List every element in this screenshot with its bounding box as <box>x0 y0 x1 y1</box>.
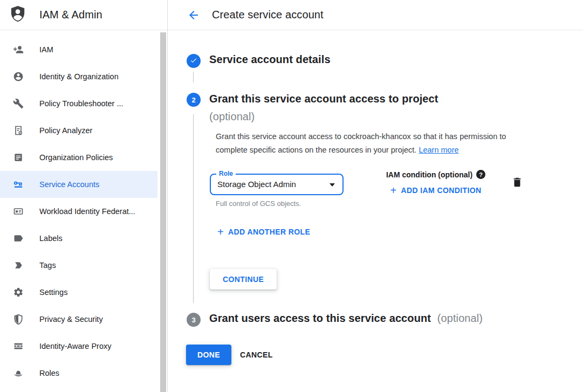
role-select-value: Storage Object Admin <box>211 175 342 194</box>
app-title: IAM & Admin <box>39 9 102 21</box>
sidebar-scrollbar-thumb[interactable] <box>160 32 166 392</box>
sidebar-item-identity-organization[interactable]: Identity & Organization <box>0 63 157 90</box>
sidebar-item-policy-troubleshooter[interactable]: Policy Troubleshooter ... <box>0 90 157 117</box>
sidebar-item-label: Organization Policies <box>39 153 113 162</box>
step2-title-text: Grant this service account access to pro… <box>209 90 511 108</box>
iam-admin-shield-icon <box>10 5 26 25</box>
step3-optional-text: (optional) <box>437 312 483 324</box>
caret-down-icon <box>330 183 335 187</box>
step1-title: Service account details <box>209 53 331 66</box>
step3-number-badge: 3 <box>187 313 201 327</box>
add-iam-condition-label: ADD IAM CONDITION <box>401 186 481 195</box>
add-another-role-label: ADD ANOTHER ROLE <box>228 228 310 236</box>
wrench-icon <box>13 98 24 109</box>
sidebar-item-label: Privacy & Security <box>39 315 103 324</box>
delete-role-trash-icon[interactable] <box>511 176 523 188</box>
sidebar-nav: IAM Identity & Organization Policy Troub… <box>0 30 168 392</box>
sidebar-item-settings[interactable]: Settings <box>0 279 157 306</box>
sidebar-item-label: Policy Analyzer <box>39 126 92 135</box>
sidebar-item-iam[interactable]: IAM <box>0 36 157 63</box>
sidebar-item-label: Workload Identity Federat... <box>39 207 135 216</box>
sidebar-item-identity-aware-proxy[interactable]: Identity-Aware Proxy <box>0 333 157 360</box>
learn-more-link[interactable]: Learn more <box>419 146 458 154</box>
plus-icon: + <box>217 228 224 236</box>
proxy-stripes-icon <box>13 341 24 352</box>
help-glyph: ? <box>479 171 483 178</box>
sidebar-item-label: Identity-Aware Proxy <box>39 342 112 350</box>
label-icon <box>13 233 24 244</box>
account-circle-icon <box>13 71 24 82</box>
step2-optional-text: (optional) <box>209 108 511 126</box>
service-account-key-icon <box>13 179 24 190</box>
gear-icon <box>13 287 24 298</box>
step-connector <box>193 114 194 303</box>
role-helper-text: Full control of GCS objects. <box>216 200 301 208</box>
sidebar-item-privacy-security[interactable]: Privacy & Security <box>0 306 157 333</box>
iam-condition-label: IAM condition (optional) <box>386 170 472 179</box>
step2-description: Grant this service account access to coc… <box>216 130 531 157</box>
step2-title: Grant this service account access to pro… <box>209 90 511 126</box>
sidebar-item-label: Service Accounts <box>39 180 99 189</box>
sidebar-item-label: Identity & Organization <box>39 72 119 81</box>
step2-number-badge: 2 <box>187 93 201 107</box>
step3-title: Grant users access to this service accou… <box>209 312 483 325</box>
main-header: Create service account <box>168 0 583 30</box>
role-select[interactable]: Role Storage Object Admin <box>210 174 344 195</box>
sidebar-item-label: Roles <box>39 369 59 377</box>
sidebar-item-label: Settings <box>39 288 67 297</box>
create-service-account-form: Service account details 2 Grant this ser… <box>168 30 583 392</box>
sidebar-item-service-accounts[interactable]: Service Accounts <box>0 171 157 198</box>
sidebar-header: IAM & Admin <box>0 0 168 30</box>
check-icon <box>190 57 197 66</box>
card-icon <box>13 206 24 217</box>
iam-admin-app: IAM & Admin Create service account IAM I… <box>0 0 583 392</box>
add-iam-condition-button[interactable]: + ADD IAM CONDITION <box>378 186 493 195</box>
plus-icon: + <box>390 187 396 194</box>
person-add-icon <box>13 44 24 55</box>
sidebar-item-label: IAM <box>39 45 53 54</box>
step3-title-text: Grant users access to this service accou… <box>209 312 431 324</box>
sidebar-item-label: Labels <box>39 234 63 243</box>
iam-condition-block: IAM condition (optional) ? + ADD IAM CON… <box>378 170 493 195</box>
step3-number: 3 <box>191 316 195 324</box>
hat-icon <box>13 368 24 379</box>
sidebar-item-organization-policies[interactable]: Organization Policies <box>0 144 157 171</box>
step-connector <box>193 72 194 82</box>
page-title: Create service account <box>212 9 324 21</box>
sidebar-item-policy-analyzer[interactable]: Policy Analyzer <box>0 117 157 144</box>
role-select-label: Role <box>216 170 236 177</box>
sidebar-item-roles[interactable]: Roles <box>0 360 157 387</box>
step2-description-text: Grant this service account access to coc… <box>216 132 506 154</box>
sidebar-item-labels[interactable]: Labels <box>0 225 157 252</box>
sidebar-item-tags[interactable]: Tags <box>0 252 157 279</box>
add-another-role-button[interactable]: + ADD ANOTHER ROLE <box>217 228 310 236</box>
document-list-icon <box>13 152 24 163</box>
back-arrow-icon[interactable] <box>187 9 200 22</box>
shield-half-icon <box>13 314 24 325</box>
cancel-button[interactable]: CANCEL <box>236 345 277 365</box>
sidebar-item-workload-identity-federation[interactable]: Workload Identity Federat... <box>0 198 157 225</box>
step1-complete-badge <box>187 54 201 68</box>
step2-number: 2 <box>191 96 195 104</box>
help-icon[interactable]: ? <box>476 170 485 179</box>
tag-arrow-icon <box>13 260 24 271</box>
policy-analyzer-icon <box>13 125 24 136</box>
done-button[interactable]: DONE <box>186 345 231 365</box>
sidebar-item-label: Policy Troubleshooter ... <box>39 99 124 108</box>
sidebar-item-label: Tags <box>39 261 56 270</box>
continue-button[interactable]: CONTINUE <box>210 269 277 290</box>
